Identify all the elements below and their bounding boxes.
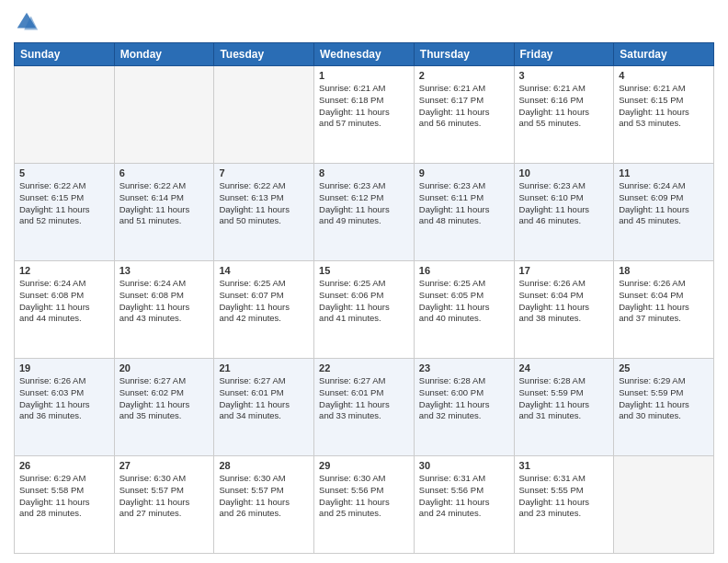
day-info: Sunrise: 6:28 AM Sunset: 5:59 PM Dayligh… — [519, 375, 609, 422]
day-info: Sunrise: 6:27 AM Sunset: 6:02 PM Dayligh… — [119, 375, 210, 422]
table-row: 26Sunrise: 6:29 AM Sunset: 5:58 PM Dayli… — [15, 456, 115, 554]
table-row: 14Sunrise: 6:25 AM Sunset: 6:07 PM Dayli… — [214, 261, 314, 359]
day-number: 12 — [19, 265, 109, 276]
day-info: Sunrise: 6:21 AM Sunset: 6:18 PM Dayligh… — [319, 83, 409, 130]
day-number: 2 — [419, 70, 509, 81]
table-row: 9Sunrise: 6:23 AM Sunset: 6:11 PM Daylig… — [414, 164, 514, 261]
day-info: Sunrise: 6:27 AM Sunset: 6:01 PM Dayligh… — [319, 375, 409, 422]
day-info: Sunrise: 6:24 AM Sunset: 6:08 PM Dayligh… — [19, 278, 109, 325]
day-number: 8 — [319, 167, 409, 178]
day-number: 23 — [419, 362, 509, 373]
table-row: 18Sunrise: 6:26 AM Sunset: 6:04 PM Dayli… — [614, 261, 714, 359]
day-info: Sunrise: 6:23 AM Sunset: 6:12 PM Dayligh… — [319, 180, 409, 227]
col-friday: Friday — [514, 43, 614, 66]
table-row: 16Sunrise: 6:25 AM Sunset: 6:05 PM Dayli… — [414, 261, 514, 359]
day-info: Sunrise: 6:21 AM Sunset: 6:15 PM Dayligh… — [619, 83, 709, 130]
day-number: 31 — [519, 460, 609, 471]
day-info: Sunrise: 6:21 AM Sunset: 6:16 PM Dayligh… — [519, 83, 609, 130]
col-thursday: Thursday — [414, 43, 514, 66]
table-row: 31Sunrise: 6:31 AM Sunset: 5:55 PM Dayli… — [514, 456, 614, 554]
day-info: Sunrise: 6:31 AM Sunset: 5:55 PM Dayligh… — [519, 473, 609, 520]
calendar-week-row: 19Sunrise: 6:26 AM Sunset: 6:03 PM Dayli… — [15, 359, 714, 456]
table-row: 5Sunrise: 6:22 AM Sunset: 6:15 PM Daylig… — [15, 164, 115, 261]
table-row: 17Sunrise: 6:26 AM Sunset: 6:04 PM Dayli… — [514, 261, 614, 359]
day-info: Sunrise: 6:23 AM Sunset: 6:11 PM Dayligh… — [419, 180, 509, 227]
day-number: 7 — [219, 167, 309, 178]
page: Sunday Monday Tuesday Wednesday Thursday… — [0, 0, 728, 563]
table-row: 12Sunrise: 6:24 AM Sunset: 6:08 PM Dayli… — [15, 261, 115, 359]
day-number: 11 — [619, 167, 709, 178]
day-info: Sunrise: 6:26 AM Sunset: 6:04 PM Dayligh… — [519, 278, 609, 325]
table-row: 7Sunrise: 6:22 AM Sunset: 6:13 PM Daylig… — [214, 164, 314, 261]
day-info: Sunrise: 6:21 AM Sunset: 6:17 PM Dayligh… — [419, 83, 509, 130]
day-number: 16 — [419, 265, 509, 276]
table-row: 30Sunrise: 6:31 AM Sunset: 5:56 PM Dayli… — [414, 456, 514, 554]
table-row: 22Sunrise: 6:27 AM Sunset: 6:01 PM Dayli… — [314, 359, 415, 456]
table-row: 24Sunrise: 6:28 AM Sunset: 5:59 PM Dayli… — [514, 359, 614, 456]
day-info: Sunrise: 6:25 AM Sunset: 6:07 PM Dayligh… — [219, 278, 309, 325]
day-number: 28 — [219, 460, 309, 471]
day-info: Sunrise: 6:30 AM Sunset: 5:57 PM Dayligh… — [119, 473, 210, 520]
day-number: 29 — [319, 460, 409, 471]
day-number: 22 — [319, 362, 409, 373]
day-info: Sunrise: 6:22 AM Sunset: 6:13 PM Dayligh… — [219, 180, 309, 227]
day-number: 3 — [519, 70, 609, 81]
day-info: Sunrise: 6:25 AM Sunset: 6:05 PM Dayligh… — [419, 278, 509, 325]
table-row: 23Sunrise: 6:28 AM Sunset: 6:00 PM Dayli… — [414, 359, 514, 456]
logo — [14, 9, 43, 35]
day-number: 24 — [519, 362, 609, 373]
day-number: 17 — [519, 265, 609, 276]
day-info: Sunrise: 6:23 AM Sunset: 6:10 PM Dayligh… — [519, 180, 609, 227]
col-monday: Monday — [114, 43, 214, 66]
logo-icon — [14, 9, 40, 35]
day-number: 14 — [219, 265, 309, 276]
table-row: 2Sunrise: 6:21 AM Sunset: 6:17 PM Daylig… — [414, 66, 514, 164]
day-info: Sunrise: 6:29 AM Sunset: 5:59 PM Dayligh… — [619, 375, 709, 422]
table-row: 4Sunrise: 6:21 AM Sunset: 6:15 PM Daylig… — [614, 66, 714, 164]
table-row: 3Sunrise: 6:21 AM Sunset: 6:16 PM Daylig… — [514, 66, 614, 164]
day-number: 5 — [19, 167, 109, 178]
day-info: Sunrise: 6:30 AM Sunset: 5:56 PM Dayligh… — [319, 473, 409, 520]
header — [14, 9, 714, 35]
day-number: 25 — [619, 362, 709, 373]
day-number: 18 — [619, 265, 709, 276]
table-row: 13Sunrise: 6:24 AM Sunset: 6:08 PM Dayli… — [114, 261, 214, 359]
table-row: 10Sunrise: 6:23 AM Sunset: 6:10 PM Dayli… — [514, 164, 614, 261]
calendar-week-row: 12Sunrise: 6:24 AM Sunset: 6:08 PM Dayli… — [15, 261, 714, 359]
day-info: Sunrise: 6:26 AM Sunset: 6:03 PM Dayligh… — [19, 375, 109, 422]
calendar-week-row: 1Sunrise: 6:21 AM Sunset: 6:18 PM Daylig… — [15, 66, 714, 164]
table-row: 6Sunrise: 6:22 AM Sunset: 6:14 PM Daylig… — [114, 164, 214, 261]
day-number: 1 — [319, 70, 409, 81]
day-number: 26 — [19, 460, 109, 471]
table-row: 11Sunrise: 6:24 AM Sunset: 6:09 PM Dayli… — [614, 164, 714, 261]
table-row: 19Sunrise: 6:26 AM Sunset: 6:03 PM Dayli… — [15, 359, 115, 456]
col-tuesday: Tuesday — [214, 43, 314, 66]
day-info: Sunrise: 6:22 AM Sunset: 6:14 PM Dayligh… — [119, 180, 210, 227]
day-number: 21 — [219, 362, 309, 373]
table-row — [114, 66, 214, 164]
day-info: Sunrise: 6:25 AM Sunset: 6:06 PM Dayligh… — [319, 278, 409, 325]
calendar-week-row: 5Sunrise: 6:22 AM Sunset: 6:15 PM Daylig… — [15, 164, 714, 261]
table-row: 29Sunrise: 6:30 AM Sunset: 5:56 PM Dayli… — [314, 456, 415, 554]
day-info: Sunrise: 6:31 AM Sunset: 5:56 PM Dayligh… — [419, 473, 509, 520]
day-number: 30 — [419, 460, 509, 471]
calendar-header-row: Sunday Monday Tuesday Wednesday Thursday… — [15, 43, 714, 66]
day-info: Sunrise: 6:30 AM Sunset: 5:57 PM Dayligh… — [219, 473, 309, 520]
table-row: 27Sunrise: 6:30 AM Sunset: 5:57 PM Dayli… — [114, 456, 214, 554]
day-number: 4 — [619, 70, 709, 81]
calendar-week-row: 26Sunrise: 6:29 AM Sunset: 5:58 PM Dayli… — [15, 456, 714, 554]
table-row — [214, 66, 314, 164]
day-number: 6 — [119, 167, 210, 178]
day-number: 9 — [419, 167, 509, 178]
col-wednesday: Wednesday — [314, 43, 415, 66]
day-number: 15 — [319, 265, 409, 276]
calendar-table: Sunday Monday Tuesday Wednesday Thursday… — [14, 42, 714, 554]
table-row: 8Sunrise: 6:23 AM Sunset: 6:12 PM Daylig… — [314, 164, 415, 261]
table-row: 25Sunrise: 6:29 AM Sunset: 5:59 PM Dayli… — [614, 359, 714, 456]
day-number: 13 — [119, 265, 210, 276]
day-number: 10 — [519, 167, 609, 178]
day-info: Sunrise: 6:28 AM Sunset: 6:00 PM Dayligh… — [419, 375, 509, 422]
day-number: 27 — [119, 460, 210, 471]
col-saturday: Saturday — [614, 43, 714, 66]
day-info: Sunrise: 6:24 AM Sunset: 6:08 PM Dayligh… — [119, 278, 210, 325]
